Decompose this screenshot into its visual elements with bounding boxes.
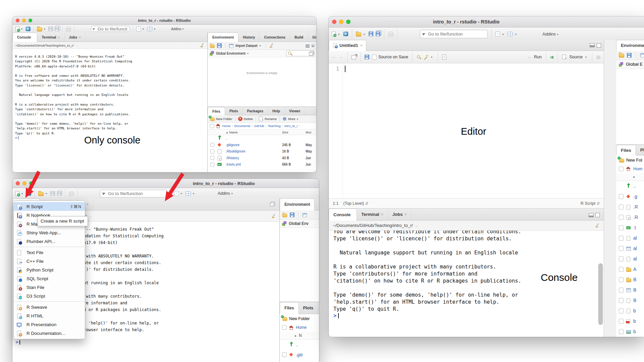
- restore-panes-icon[interactable]: [270, 203, 274, 206]
- file-row[interactable]: ..: [280, 340, 319, 350]
- home-icon[interactable]: [626, 167, 631, 171]
- new-folder-button[interactable]: New Folder: [210, 116, 232, 121]
- close-icon[interactable]: ×: [79, 35, 81, 39]
- file-row[interactable]: B: [616, 285, 644, 295]
- delete-button[interactable]: Delete: [238, 117, 253, 121]
- chevron-down-icon[interactable]: [21, 191, 24, 196]
- close-icon[interactable]: ×: [86, 202, 89, 207]
- scope-selector[interactable]: (Top Level) ⇵: [343, 201, 368, 206]
- file-row[interactable]: .t: [616, 223, 644, 233]
- file-checkbox[interactable]: [619, 308, 624, 313]
- file-row[interactable]: B: [616, 275, 644, 285]
- pane-splitter[interactable]: [604, 40, 617, 337]
- goto-directory-icon[interactable]: →: [88, 214, 92, 218]
- file-name[interactable]: b: [633, 318, 636, 324]
- file-checkbox[interactable]: [210, 149, 214, 154]
- rerun-icon[interactable]: ⇉: [550, 55, 553, 60]
- select-all-checkbox[interactable]: [282, 325, 287, 330]
- new-project-icon[interactable]: [26, 191, 31, 196]
- print-icon[interactable]: [66, 27, 71, 32]
- global-environment-selector[interactable]: Global Environment: [216, 52, 246, 55]
- save-icon[interactable]: [48, 26, 53, 31]
- select-all-checkbox[interactable]: [210, 124, 214, 128]
- file-row[interactable]: .Rbuildignore 16 B May: [208, 148, 316, 155]
- version-control-icon[interactable]: [174, 191, 179, 196]
- file-name[interactable]: ..: [296, 342, 298, 347]
- workspace-panes-icon[interactable]: [507, 32, 513, 36]
- pane-tab[interactable]: History: [238, 33, 260, 42]
- pane-tab[interactable]: Help: [268, 107, 285, 115]
- file-row[interactable]: b: [616, 326, 644, 337]
- goto-file-search[interactable]: [91, 26, 130, 32]
- file-row[interactable]: .R: [616, 202, 644, 212]
- sort-asc-icon[interactable]: ▲: [294, 334, 297, 337]
- close-icon[interactable]: ×: [381, 212, 384, 217]
- console-prompt[interactable]: >: [329, 313, 604, 319]
- file-checkbox[interactable]: [619, 256, 624, 261]
- file-checkbox[interactable]: [282, 352, 287, 357]
- workspace-panes-icon[interactable]: [185, 191, 191, 196]
- menu-item[interactable]: R Presentation: [14, 320, 85, 329]
- file-checkbox[interactable]: [619, 298, 624, 303]
- home-icon[interactable]: [216, 124, 221, 128]
- run-icon[interactable]: →: [527, 55, 531, 59]
- chevron-down-icon[interactable]: [181, 191, 183, 196]
- more-button[interactable]: More: [282, 117, 300, 121]
- breadcrumb-link[interactable]: Home: [222, 124, 230, 128]
- column-size[interactable]: Size: [282, 130, 306, 134]
- file-checkbox[interactable]: [619, 225, 624, 230]
- file-name[interactable]: .travis.yml: [226, 163, 282, 166]
- menu-item[interactable]: R Documentation...: [14, 329, 85, 338]
- file-checkbox[interactable]: [619, 319, 624, 324]
- console-tab[interactable]: Console: [12, 33, 37, 42]
- menu-item[interactable]: Python Script: [14, 265, 85, 274]
- save-workspace-icon[interactable]: [290, 213, 294, 217]
- menu-item[interactable]: C++ File: [14, 257, 85, 265]
- column-name[interactable]: ▲ Name: [226, 130, 282, 134]
- new-folder-icon[interactable]: [619, 158, 624, 163]
- editor-tab-untitled1[interactable]: Untitled1 ×: [329, 40, 366, 51]
- new-file-icon[interactable]: [15, 191, 19, 196]
- menu-item[interactable]: Text File: [14, 248, 85, 257]
- version-control-icon[interactable]: [495, 32, 500, 37]
- menu-item[interactable]: D3 Script: [14, 292, 85, 300]
- chevron-down-icon[interactable]: [154, 27, 157, 31]
- menu-item[interactable]: Plumber API...: [14, 237, 85, 246]
- file-name[interactable]: B: [633, 287, 636, 293]
- file-name[interactable]: ..: [226, 136, 282, 140]
- global-environment-selector[interactable]: Global E: [626, 62, 643, 67]
- file-checkbox[interactable]: [619, 277, 624, 282]
- goto-file-search[interactable]: [420, 30, 488, 38]
- chevron-down-icon[interactable]: [502, 32, 505, 37]
- pane-tab[interactable]: Files: [208, 107, 225, 115]
- new-project-icon[interactable]: [343, 32, 348, 36]
- workspace-panes-icon[interactable]: [147, 27, 152, 31]
- maximize-pane-icon[interactable]: [595, 213, 600, 217]
- open-file-icon[interactable]: [37, 27, 42, 32]
- close-icon[interactable]: ×: [360, 43, 363, 48]
- file-name[interactable]: .t: [633, 225, 636, 230]
- zoom-button[interactable]: [29, 181, 33, 185]
- import-dataset-icon[interactable]: [302, 213, 307, 217]
- tab-environment[interactable]: Environment: [280, 198, 315, 210]
- close-icon[interactable]: ×: [404, 212, 407, 217]
- file-row[interactable]: .Rhistory 43 B Jun: [208, 155, 316, 162]
- compile-report-icon[interactable]: [442, 54, 446, 60]
- source-on-save[interactable]: Source on Save: [372, 55, 408, 60]
- file-name[interactable]: .Rhistory: [226, 156, 282, 160]
- breadcrumb-link[interactable]: Documents: [234, 124, 251, 128]
- save-workspace-icon[interactable]: [217, 43, 222, 48]
- file-checkbox[interactable]: [619, 215, 624, 220]
- menu-item[interactable]: [14, 300, 85, 303]
- file-row[interactable]: B: [616, 295, 644, 306]
- console-tab[interactable]: Jobs ×: [388, 208, 412, 220]
- file-row[interactable]: .giti: [280, 350, 319, 360]
- save-workspace-icon[interactable]: [627, 53, 632, 58]
- file-row[interactable]: A: [616, 264, 644, 275]
- print-icon[interactable]: [388, 33, 393, 37]
- minimize-pane-icon[interactable]: [590, 43, 595, 47]
- addins-menu[interactable]: Addins: [542, 32, 560, 37]
- source-button[interactable]: Source: [569, 55, 583, 59]
- save-all-icon[interactable]: [55, 26, 59, 31]
- console-prompt[interactable]: >: [12, 340, 279, 345]
